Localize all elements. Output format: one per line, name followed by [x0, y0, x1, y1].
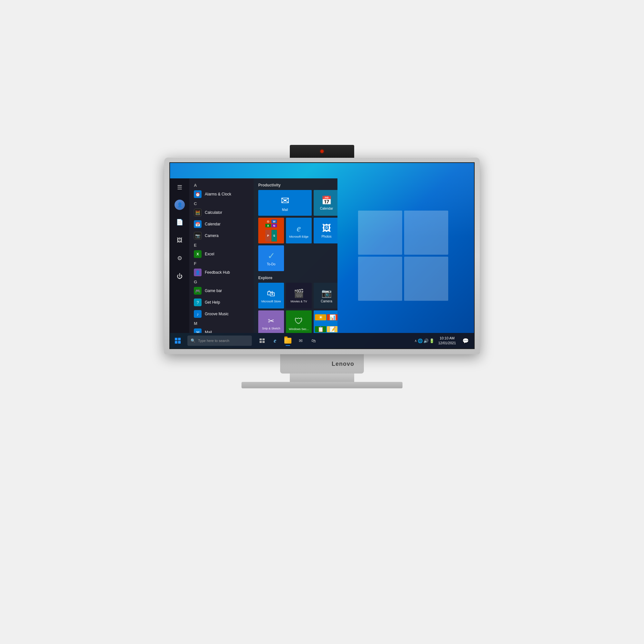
letter-g: G [189, 278, 254, 285]
alarms-icon: ⏰ [194, 190, 202, 198]
productivity-label: Productivity [258, 183, 333, 187]
start-sidebar: ☰ 👤 📄 🖼 ⚙ ⏻ [170, 178, 189, 333]
taskbar-search[interactable]: 🔍 Type here to search [187, 336, 252, 346]
webcam-indicator [320, 150, 324, 153]
notification-center-icon[interactable]: 💬 [460, 335, 471, 346]
app-label: Get Help [205, 300, 220, 305]
app-label: Calculator [205, 210, 222, 215]
svg-rect-3 [178, 341, 181, 344]
power-icon[interactable]: ⏻ [174, 270, 185, 282]
app-label: Mail [205, 330, 212, 333]
mail-icon: ✉ [194, 328, 202, 333]
svg-rect-4 [260, 338, 262, 340]
tile-todo[interactable]: ✓ To-Do [258, 245, 284, 271]
calendar-icon: 📅 [194, 220, 202, 228]
app-list: A ⏰ Alarms & Clock C 🧮 Calculator 📅 Cale… [189, 178, 254, 333]
productivity-tiles: ✉ Mail 📅 Calendar O W [258, 190, 333, 271]
tile-multi[interactable]: ☀ 📊 📋 📝 [314, 310, 337, 333]
letter-f: F [189, 260, 254, 267]
clock-time: 10:10 AM [438, 336, 456, 341]
screen: ☰ 👤 📄 🖼 ⚙ ⏻ A ⏰ Alarms & Clock C [169, 162, 475, 349]
search-icon: 🔍 [191, 338, 195, 343]
battery-icon[interactable]: 🔋 [429, 338, 434, 343]
taskbar-right: ∧ 🌐 🔊 🔋 10:10 AM 12/01/2021 💬 [414, 335, 474, 346]
network-icon[interactable]: 🌐 [418, 338, 423, 343]
pictures-icon[interactable]: 🖼 [174, 234, 185, 246]
app-excel[interactable]: X Excel [189, 248, 254, 260]
lenovo-logo: Lenovo [332, 361, 354, 367]
taskbar-clock[interactable]: 10:10 AM 12/01/2021 [436, 336, 459, 346]
taskbar-file-explorer-icon[interactable] [282, 335, 294, 346]
svg-rect-2 [175, 341, 177, 344]
camera-icon: 📷 [194, 232, 202, 240]
taskbar-icons: e ✉ 🛍 [256, 335, 319, 346]
taskbar-edge-icon[interactable]: e [269, 335, 281, 346]
app-get-help[interactable]: ? Get Help [189, 297, 254, 308]
app-alarms-clock[interactable]: ⏰ Alarms & Clock [189, 188, 254, 200]
app-game-bar[interactable]: 🎮 Game bar [189, 285, 254, 297]
tile-office[interactable]: O W X N P S [258, 218, 284, 243]
app-label: Alarms & Clock [205, 192, 231, 196]
gethelp-icon: ? [194, 298, 202, 306]
windows-logo-watermark [358, 211, 448, 301]
svg-rect-7 [262, 341, 265, 343]
tile-movies[interactable]: 🎬 Movies & TV [286, 283, 312, 308]
tile-calendar[interactable]: 📅 Calendar [314, 190, 337, 216]
monitor-base [241, 382, 403, 388]
app-label: Excel [205, 252, 214, 256]
start-button[interactable] [170, 333, 185, 348]
app-label: Feedback Hub [205, 270, 230, 275]
svg-rect-6 [260, 341, 262, 343]
app-feedback-hub[interactable]: 👤 Feedback Hub [189, 267, 254, 278]
app-label: Game bar [205, 289, 222, 293]
svg-rect-5 [262, 338, 265, 340]
search-placeholder: Type here to search [198, 339, 229, 343]
excel-icon: X [194, 250, 202, 258]
hamburger-menu-icon[interactable]: ☰ [174, 182, 185, 193]
tile-edge[interactable]: e Microsoft Edge [286, 218, 312, 243]
tile-snip[interactable]: ✂ Snip & Sketch [258, 310, 284, 333]
settings-icon[interactable]: ⚙ [174, 252, 185, 264]
app-label: Groove Music [205, 312, 229, 316]
letter-e: E [189, 241, 254, 248]
feedback-icon: 👤 [194, 269, 202, 276]
app-groove-music[interactable]: ♪ Groove Music [189, 308, 254, 320]
start-menu: ☰ 👤 📄 🖼 ⚙ ⏻ A ⏰ Alarms & Clock C [170, 178, 337, 333]
svg-rect-1 [178, 338, 181, 340]
letter-a: A [189, 182, 254, 188]
monitor: ☰ 👤 📄 🖼 ⚙ ⏻ A ⏰ Alarms & Clock C [164, 157, 480, 354]
computer-unit: ☰ 👤 📄 🖼 ⚙ ⏻ A ⏰ Alarms & Clock C [145, 145, 499, 499]
clock-date: 12/01/2021 [438, 341, 456, 346]
system-tray-icons: ∧ 🌐 🔊 🔋 [414, 338, 434, 343]
webcam [290, 145, 354, 158]
svg-rect-0 [175, 338, 177, 340]
documents-icon[interactable]: 📄 [174, 216, 185, 228]
app-camera[interactable]: 📷 Camera [189, 230, 254, 241]
tiles-area: Productivity ✉ Mail 📅 Calendar [254, 178, 337, 333]
groove-icon: ♪ [194, 310, 202, 318]
tile-mail[interactable]: ✉ Mail [258, 190, 312, 216]
chevron-up-icon[interactable]: ∧ [414, 339, 417, 343]
app-label: Calendar [205, 222, 221, 226]
app-calendar[interactable]: 📅 Calendar [189, 218, 254, 230]
gamebar-icon: 🎮 [194, 287, 202, 295]
explore-label: Explore [258, 276, 333, 280]
letter-c: C [189, 200, 254, 207]
app-calculator[interactable]: 🧮 Calculator [189, 207, 254, 218]
taskbar: 🔍 Type here to search e [170, 333, 474, 348]
task-view-icon[interactable] [256, 335, 268, 346]
explore-tiles: 🛍 Microsoft Store 🎬 Movies & TV 📷 Camera [258, 283, 333, 333]
app-mail[interactable]: ✉ Mail [189, 327, 254, 333]
app-label: Camera [205, 233, 219, 238]
letter-m: M [189, 320, 254, 327]
tile-windows-security[interactable]: 🛡 Windows Sec... [286, 310, 312, 333]
volume-icon[interactable]: 🔊 [423, 338, 429, 343]
calculator-icon: 🧮 [194, 209, 202, 216]
tile-photos[interactable]: 🖼 Photos [314, 218, 337, 243]
taskbar-store-icon[interactable]: 🛍 [308, 335, 319, 346]
tile-store[interactable]: 🛍 Microsoft Store [258, 283, 284, 308]
tile-camera2[interactable]: 📷 Camera [314, 283, 337, 308]
taskbar-mail-icon[interactable]: ✉ [295, 335, 307, 346]
user-avatar[interactable]: 👤 [175, 200, 185, 210]
monitor-stand: Lenovo [280, 354, 364, 374]
